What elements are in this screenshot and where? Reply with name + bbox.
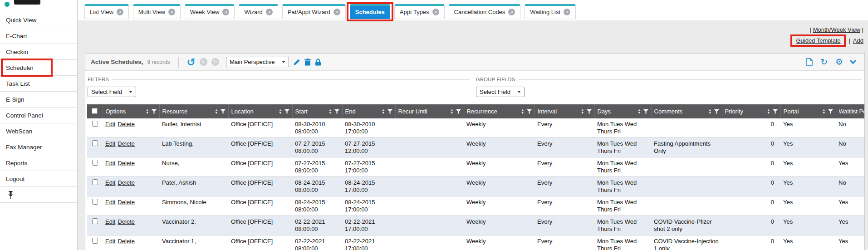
delete-link[interactable]: Delete <box>118 140 135 147</box>
tab-list-view[interactable]: List View↗ <box>84 4 129 19</box>
sort-icon[interactable]: ▲▼ <box>215 109 218 114</box>
sidebar-item-control-panel[interactable]: Control Panel <box>0 108 77 123</box>
tab-cancellation-codes[interactable]: Cancellation Codes↗ <box>449 4 521 19</box>
pin-icon[interactable] <box>8 191 14 199</box>
edit-link[interactable]: Edit <box>105 179 115 186</box>
sort-icon[interactable]: ▲▼ <box>450 109 453 114</box>
sort-icon[interactable]: ▲▼ <box>329 109 332 114</box>
collapse-chevron-icon[interactable] <box>850 58 856 64</box>
delete-link[interactable]: Delete <box>118 121 135 127</box>
tab-popout-icon[interactable]: ↗ <box>333 9 340 15</box>
column-header-priority[interactable]: Priority▲▼ <box>722 104 780 118</box>
edit-link[interactable]: Edit <box>105 199 115 206</box>
sidebar-item-webscan[interactable]: WebScan <box>0 123 77 139</box>
filter-funnel-icon[interactable] <box>221 109 226 114</box>
edit-link[interactable]: Edit <box>105 160 115 167</box>
sidebar-item-e-sign[interactable]: E-Sign <box>0 92 77 108</box>
column-header-waitlist-po[interactable]: Waitlist Po▲▼ <box>836 104 865 118</box>
sidebar-item-checkin[interactable]: Checkin <box>0 44 77 60</box>
delete-link[interactable]: Delete <box>118 199 135 206</box>
filter-funnel-icon[interactable] <box>334 109 339 114</box>
tab-popout-icon[interactable]: ↗ <box>266 9 273 15</box>
column-header-recur-until[interactable]: Recur Until▲▼ <box>395 104 464 118</box>
tab-popout-icon[interactable]: ↗ <box>432 9 439 15</box>
sidebar-item-scheduler[interactable]: Scheduler <box>0 60 77 76</box>
filter-funnel-icon[interactable] <box>643 109 648 114</box>
edit-link[interactable]: Edit <box>105 121 115 127</box>
filter-funnel-icon[interactable] <box>152 109 157 114</box>
edit-link[interactable]: Edit <box>105 218 115 225</box>
filter-funnel-icon[interactable] <box>456 109 461 114</box>
row-checkbox[interactable] <box>92 160 98 166</box>
new-document-icon[interactable] <box>806 58 813 66</box>
column-header-resource[interactable]: Resource▲▼ <box>159 104 228 118</box>
sort-icon[interactable]: ▲▼ <box>146 109 149 114</box>
row-checkbox[interactable] <box>92 179 98 185</box>
column-header-portal[interactable]: Portal▲▼ <box>780 104 836 118</box>
filter-funnel-icon[interactable] <box>387 109 392 114</box>
sidebar-item-logout[interactable]: Logout <box>0 171 77 187</box>
sort-icon[interactable]: ▲▼ <box>521 109 524 114</box>
sort-icon[interactable]: ▲▼ <box>279 109 282 114</box>
tab-appt-types[interactable]: Appt Types↗ <box>394 4 445 19</box>
select-all-checkbox[interactable] <box>92 108 98 114</box>
filter-funnel-icon[interactable] <box>714 109 719 114</box>
column-header-comments[interactable]: Comments▲▼ <box>651 104 722 118</box>
lock-icon[interactable] <box>315 59 321 66</box>
column-header-end[interactable]: End▲▼ <box>342 104 395 118</box>
sidebar-item-quick-view[interactable]: Quick View <box>0 12 77 28</box>
edit-link[interactable]: Edit <box>105 140 115 147</box>
refresh-icon[interactable]: ↻ <box>820 58 828 66</box>
tab-popout-icon[interactable]: ↗ <box>564 9 570 15</box>
sort-icon[interactable]: ▲▼ <box>382 109 385 114</box>
repeat-icon[interactable]: ↻ <box>211 58 219 66</box>
column-header-location[interactable]: Location▲▼ <box>228 104 292 118</box>
sort-icon[interactable]: ▲▼ <box>822 109 825 114</box>
tab-schedules[interactable]: Schedules <box>350 4 390 19</box>
row-checkbox[interactable] <box>92 121 98 127</box>
tab-popout-icon[interactable]: ↗ <box>508 9 515 15</box>
tab-multi-view[interactable]: Multi View↗ <box>133 4 181 19</box>
tab-week-view[interactable]: Week View↗ <box>185 4 235 19</box>
month-week-view-link[interactable]: Month/Week View <box>813 26 860 33</box>
sort-icon[interactable]: ▲▼ <box>767 109 770 114</box>
perspective-select[interactable]: Main Perspective <box>226 57 289 67</box>
sort-icon[interactable]: ▲▼ <box>708 109 711 114</box>
redo-icon[interactable]: ↻ <box>200 58 207 66</box>
filter-funnel-icon[interactable] <box>284 109 289 114</box>
filter-funnel-icon[interactable] <box>828 109 833 114</box>
group-field-select[interactable]: Select Field <box>476 87 525 97</box>
row-checkbox[interactable] <box>92 238 98 244</box>
guided-template-link[interactable]: Guided Template <box>796 37 840 44</box>
column-header-recurrence[interactable]: Recurrence▲▼ <box>464 104 535 118</box>
tab-wizard[interactable]: Wizard↗ <box>239 4 278 19</box>
row-checkbox[interactable] <box>92 140 98 146</box>
tab-pat-appt-wizard[interactable]: Pat/Appt Wizard↗ <box>282 4 346 19</box>
add-link[interactable]: Add <box>853 37 863 44</box>
row-checkbox[interactable] <box>92 199 98 205</box>
undo-icon[interactable]: ↺ <box>187 58 196 67</box>
edit-link[interactable]: Edit <box>105 238 115 245</box>
tab-popout-icon[interactable]: ↗ <box>117 9 123 15</box>
delete-link[interactable]: Delete <box>118 238 135 245</box>
sidebar-pin-row[interactable] <box>0 187 77 203</box>
sort-icon[interactable]: ▲▼ <box>581 109 584 114</box>
row-checkbox[interactable] <box>92 218 98 224</box>
column-header-days[interactable]: Days▲▼ <box>594 104 651 118</box>
trash-icon[interactable] <box>304 59 311 66</box>
column-header-interval[interactable]: Interval▲▼ <box>535 104 594 118</box>
filter-funnel-icon[interactable] <box>587 109 592 114</box>
delete-link[interactable]: Delete <box>118 218 135 225</box>
filter-funnel-icon[interactable] <box>773 109 778 114</box>
tab-popout-icon[interactable]: ↗ <box>168 9 175 15</box>
sidebar-item-fax-manager[interactable]: Fax Manager <box>0 139 77 155</box>
column-header-options[interactable]: Options▲▼ <box>103 104 159 118</box>
sidebar-item-reports[interactable]: Reports <box>0 155 77 171</box>
sort-icon[interactable]: ▲▼ <box>638 109 641 114</box>
filter-field-select[interactable]: Select Field <box>88 87 136 97</box>
tab-waiting-list[interactable]: Waiting List↗ <box>525 4 576 19</box>
column-header-start[interactable]: Start▲▼ <box>292 104 342 118</box>
filter-funnel-icon[interactable] <box>527 109 532 114</box>
delete-link[interactable]: Delete <box>118 160 135 167</box>
sidebar-item-task-list[interactable]: Task List <box>0 76 77 92</box>
